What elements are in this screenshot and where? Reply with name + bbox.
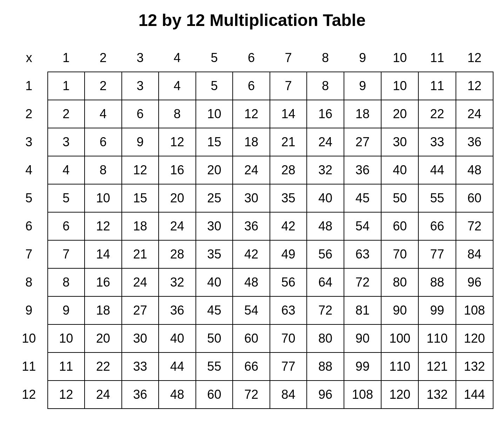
table-cell: 44 (159, 352, 196, 381)
table-cell: 108 (344, 381, 381, 409)
row-header: 1 (11, 72, 48, 100)
table-cell: 48 (159, 381, 196, 409)
table-cell: 72 (344, 268, 381, 296)
table-cell: 48 (307, 212, 344, 240)
table-cell: 45 (344, 184, 381, 212)
table-cell: 77 (270, 352, 307, 381)
table-cell: 12 (456, 72, 493, 100)
table-cell: 77 (418, 240, 456, 268)
table-cell: 8 (48, 268, 85, 296)
col-header: 8 (307, 44, 344, 72)
table-cell: 70 (270, 324, 307, 352)
table-cell: 48 (233, 268, 270, 296)
col-header: 7 (270, 44, 307, 72)
table-cell: 81 (344, 296, 381, 324)
table-cell: 32 (159, 268, 196, 296)
table-row: 10 10 20 30 40 50 60 70 80 90 100 110 12… (11, 324, 493, 352)
table-cell: 25 (196, 184, 233, 212)
table-cell: 3 (122, 72, 159, 100)
table-cell: 6 (122, 100, 159, 128)
table-cell: 16 (159, 156, 196, 184)
table-cell: 12 (159, 128, 196, 156)
table-row: 5 5 10 15 20 25 30 35 40 45 50 55 60 (11, 184, 493, 212)
table-cell: 48 (456, 156, 493, 184)
table-cell: 20 (159, 184, 196, 212)
table-cell: 50 (196, 324, 233, 352)
table-cell: 10 (381, 72, 418, 100)
corner-label: x (11, 44, 48, 72)
table-cell: 144 (456, 381, 493, 409)
row-header: 2 (11, 100, 48, 128)
table-cell: 8 (85, 156, 122, 184)
table-cell: 11 (48, 352, 85, 381)
table-cell: 4 (159, 72, 196, 100)
table-cell: 12 (85, 212, 122, 240)
table-cell: 11 (418, 72, 456, 100)
table-cell: 12 (233, 100, 270, 128)
col-header: 9 (344, 44, 381, 72)
table-cell: 2 (48, 100, 85, 128)
table-cell: 6 (85, 128, 122, 156)
multiplication-table: x 1 2 3 4 5 6 7 8 9 10 11 12 1 1 2 3 4 (11, 44, 493, 409)
table-cell: 36 (122, 381, 159, 409)
col-header: 11 (418, 44, 456, 72)
table-cell: 15 (196, 128, 233, 156)
table-cell: 40 (307, 184, 344, 212)
row-header: 9 (11, 296, 48, 324)
table-cell: 7 (48, 240, 85, 268)
table-cell: 5 (48, 184, 85, 212)
table-cell: 9 (344, 72, 381, 100)
table-row: 4 4 8 12 16 20 24 28 32 36 40 44 48 (11, 156, 493, 184)
table-cell: 30 (381, 128, 418, 156)
col-header: 2 (85, 44, 122, 72)
row-header: 5 (11, 184, 48, 212)
table-cell: 9 (122, 128, 159, 156)
multiplication-table-container: x 1 2 3 4 5 6 7 8 9 10 11 12 1 1 2 3 4 (7, 44, 497, 409)
table-cell: 80 (307, 324, 344, 352)
table-cell: 63 (344, 240, 381, 268)
table-cell: 36 (233, 212, 270, 240)
table-cell: 88 (418, 268, 456, 296)
table-cell: 1 (48, 72, 85, 100)
table-cell: 33 (418, 128, 456, 156)
table-cell: 30 (122, 324, 159, 352)
table-cell: 45 (196, 296, 233, 324)
table-cell: 72 (233, 381, 270, 409)
table-cell: 99 (344, 352, 381, 381)
table-cell: 60 (381, 212, 418, 240)
table-cell: 36 (456, 128, 493, 156)
table-cell: 6 (233, 72, 270, 100)
table-cell: 14 (85, 240, 122, 268)
table-cell: 50 (381, 184, 418, 212)
table-cell: 42 (233, 240, 270, 268)
table-cell: 22 (85, 352, 122, 381)
table-cell: 96 (456, 268, 493, 296)
table-cell: 24 (456, 100, 493, 128)
table-cell: 40 (196, 268, 233, 296)
table-cell: 40 (159, 324, 196, 352)
table-cell: 90 (344, 324, 381, 352)
table-cell: 36 (344, 156, 381, 184)
row-header: 8 (11, 268, 48, 296)
row-header: 11 (11, 352, 48, 381)
table-cell: 14 (270, 100, 307, 128)
table-cell: 10 (196, 100, 233, 128)
table-cell: 99 (418, 296, 456, 324)
table-cell: 12 (122, 156, 159, 184)
table-cell: 72 (307, 296, 344, 324)
table-cell: 88 (307, 352, 344, 381)
table-cell: 2 (85, 72, 122, 100)
table-row: 9 9 18 27 36 45 54 63 72 81 90 99 108 (11, 296, 493, 324)
table-cell: 24 (233, 156, 270, 184)
table-cell: 30 (233, 184, 270, 212)
table-cell: 5 (196, 72, 233, 100)
table-cell: 27 (122, 296, 159, 324)
table-row: 6 6 12 18 24 30 36 42 48 54 60 66 72 (11, 212, 493, 240)
table-cell: 96 (307, 381, 344, 409)
table-cell: 35 (270, 184, 307, 212)
table-cell: 22 (418, 100, 456, 128)
table-row: 11 11 22 33 44 55 66 77 88 99 110 121 13… (11, 352, 493, 381)
table-cell: 24 (159, 212, 196, 240)
row-header: 7 (11, 240, 48, 268)
table-cell: 18 (122, 212, 159, 240)
